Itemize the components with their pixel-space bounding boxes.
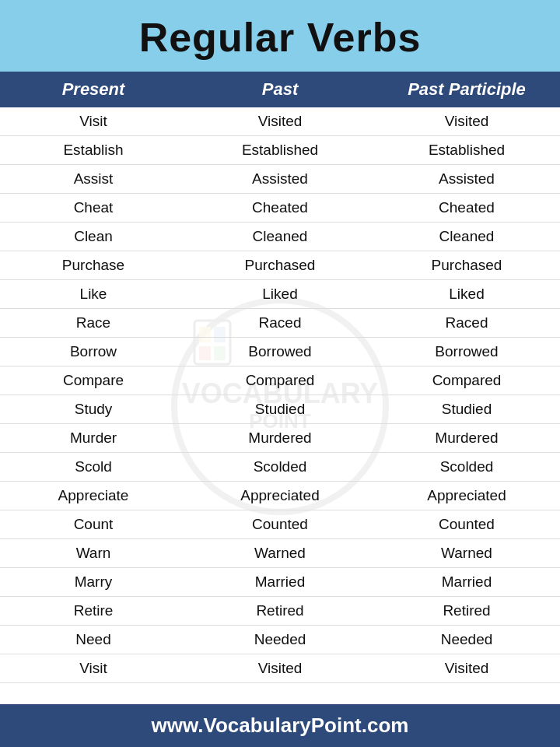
cell-participle: Warned [373, 539, 560, 567]
cell-present: Borrow [0, 338, 187, 366]
table-row: CheatCheatedCheated [0, 194, 560, 223]
cell-present: Cheat [0, 194, 187, 222]
cell-past: Counted [187, 510, 373, 538]
cell-present: Need [0, 626, 187, 654]
table-row: CountCountedCounted [0, 510, 560, 539]
cell-past: Established [187, 136, 373, 164]
table-row: CleanCleanedCleaned [0, 223, 560, 251]
table-area: VOCABULARY POINT VisitVisitedVisitedEsta… [0, 107, 560, 704]
cell-participle: Assisted [373, 165, 560, 193]
cell-participle: Borrowed [373, 338, 560, 366]
cell-present: Murder [0, 424, 187, 452]
footer-url: www.VocabularyPoint.com [152, 714, 409, 737]
header-past: Past [187, 79, 373, 100]
table-row: AppreciateAppreciatedAppreciated [0, 482, 560, 510]
table-row: RaceRacedRaced [0, 309, 560, 338]
table-row: ScoldScoldedScolded [0, 453, 560, 482]
cell-participle: Liked [373, 280, 560, 308]
table-row: PurchasePurchasedPurchased [0, 251, 560, 280]
cell-past: Cheated [187, 194, 373, 222]
cell-present: Establish [0, 136, 187, 164]
cell-participle: Retired [373, 597, 560, 625]
header-participle: Past Participle [373, 79, 560, 100]
cell-past: Raced [187, 309, 373, 337]
cell-present: Warn [0, 539, 187, 567]
table-row: NeedNeededNeeded [0, 626, 560, 654]
cell-past: Retired [187, 597, 373, 625]
table-header: Present Past Past Participle [0, 72, 560, 107]
cell-past: Purchased [187, 251, 373, 279]
cell-participle: Married [373, 568, 560, 596]
table-row: LikeLikedLiked [0, 280, 560, 309]
cell-past: Appreciated [187, 482, 373, 510]
cell-participle: Murdered [373, 424, 560, 452]
table-row: StudyStudiedStudied [0, 395, 560, 424]
cell-past: Scolded [187, 453, 373, 481]
cell-past: Visited [187, 654, 373, 682]
cell-past: Assisted [187, 165, 373, 193]
cell-present: Marry [0, 568, 187, 596]
cell-past: Visited [187, 107, 373, 135]
cell-present: Compare [0, 366, 187, 395]
cell-past: Murdered [187, 424, 373, 452]
title-bar: Regular Verbs [0, 0, 560, 72]
cell-present: Like [0, 280, 187, 308]
cell-present: Assist [0, 165, 187, 193]
cell-participle: Purchased [373, 251, 560, 279]
cell-participle: Studied [373, 395, 560, 423]
cell-present: Count [0, 510, 187, 538]
table-row: CompareComparedCompared [0, 366, 560, 395]
table-row: BorrowBorrowedBorrowed [0, 338, 560, 366]
cell-past: Studied [187, 395, 373, 423]
page-wrapper: Regular Verbs Present Past Past Particip… [0, 0, 560, 747]
cell-participle: Counted [373, 510, 560, 538]
cell-participle: Compared [373, 366, 560, 395]
cell-past: Borrowed [187, 338, 373, 366]
verb-table: VisitVisitedVisitedEstablishEstablishedE… [0, 107, 560, 683]
table-row: EstablishEstablishedEstablished [0, 136, 560, 165]
cell-present: Appreciate [0, 482, 187, 510]
cell-past: Needed [187, 626, 373, 654]
cell-participle: Appreciated [373, 482, 560, 510]
table-row: VisitVisitedVisited [0, 654, 560, 683]
cell-past: Liked [187, 280, 373, 308]
cell-present: Visit [0, 654, 187, 682]
cell-participle: Visited [373, 107, 560, 135]
cell-present: Study [0, 395, 187, 423]
table-row: VisitVisitedVisited [0, 107, 560, 136]
table-row: WarnWarnedWarned [0, 539, 560, 568]
cell-present: Scold [0, 453, 187, 481]
cell-participle: Needed [373, 626, 560, 654]
cell-present: Visit [0, 107, 187, 135]
cell-participle: Cleaned [373, 223, 560, 251]
table-row: MurderMurderedMurdered [0, 424, 560, 453]
cell-past: Compared [187, 366, 373, 395]
cell-participle: Scolded [373, 453, 560, 481]
table-row: MarryMarriedMarried [0, 568, 560, 597]
cell-past: Married [187, 568, 373, 596]
cell-present: Purchase [0, 251, 187, 279]
page-title: Regular Verbs [8, 14, 552, 61]
cell-participle: Cheated [373, 194, 560, 222]
cell-present: Retire [0, 597, 187, 625]
cell-past: Warned [187, 539, 373, 567]
cell-present: Race [0, 309, 187, 337]
cell-participle: Established [373, 136, 560, 164]
cell-past: Cleaned [187, 223, 373, 251]
cell-participle: Visited [373, 654, 560, 682]
table-row: RetireRetiredRetired [0, 597, 560, 626]
cell-participle: Raced [373, 309, 560, 337]
footer-bar: www.VocabularyPoint.com [0, 704, 560, 747]
header-present: Present [0, 79, 187, 100]
cell-present: Clean [0, 223, 187, 251]
table-row: AssistAssistedAssisted [0, 165, 560, 194]
